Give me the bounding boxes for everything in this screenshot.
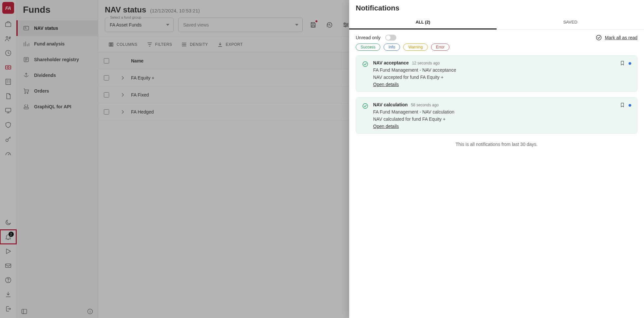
- svg-point-20: [344, 23, 346, 24]
- subnav-dividends[interactable]: Dividends: [16, 67, 98, 83]
- filter-error[interactable]: Error: [431, 44, 450, 51]
- rail-logout-icon[interactable]: [0, 302, 16, 316]
- notification-card: NAV calculation 58 seconds ago FA Fund M…: [356, 97, 637, 134]
- row-checkbox[interactable]: [104, 92, 109, 97]
- filter-warning[interactable]: Warning: [403, 44, 427, 51]
- rail-download-icon[interactable]: [0, 287, 16, 302]
- rail-people-dollar-icon[interactable]: [0, 31, 16, 46]
- rail-play-icon[interactable]: [0, 244, 16, 258]
- info-icon[interactable]: [87, 308, 93, 315]
- notif-title: NAV acceptance: [373, 60, 409, 65]
- unread-only-label: Unread only: [356, 35, 381, 40]
- svg-marker-8: [6, 249, 10, 254]
- subnav-label: NAV status: [34, 26, 58, 31]
- bookmark-icon[interactable]: [619, 102, 625, 108]
- notifications-panel: Notifications ALL (2) SAVED Unread only …: [349, 0, 644, 318]
- columns-button[interactable]: COLUMNS: [105, 40, 141, 49]
- svg-point-1: [6, 37, 8, 39]
- svg-point-22: [345, 26, 346, 27]
- open-details-link[interactable]: Open details: [373, 124, 399, 129]
- svg-rect-5: [6, 79, 10, 85]
- svg-rect-12: [24, 26, 29, 30]
- svg-point-14: [25, 93, 26, 94]
- saved-views-select[interactable]: Saved views: [178, 18, 303, 32]
- svg-rect-24: [111, 43, 112, 46]
- filter-success[interactable]: Success: [356, 44, 380, 51]
- density-button[interactable]: DENSITY: [178, 40, 211, 49]
- rail-key-icon[interactable]: [0, 132, 16, 147]
- collapse-sidebar-icon[interactable]: [21, 308, 28, 315]
- row-checkbox[interactable]: [104, 75, 109, 80]
- rail-notifications-icon[interactable]: 2: [0, 230, 16, 244]
- svg-point-28: [363, 104, 368, 109]
- subnav-orders[interactable]: Orders: [16, 83, 98, 99]
- fund-group-select[interactable]: Select a fund group FA Asset Funds: [105, 18, 174, 32]
- rail-analytics-icon[interactable]: [0, 46, 16, 60]
- svg-point-21: [347, 24, 348, 26]
- success-icon: [362, 61, 369, 87]
- svg-point-15: [27, 93, 28, 94]
- row-checkbox[interactable]: [104, 109, 109, 115]
- check-circle-icon: [596, 34, 602, 41]
- rail-darkmode-icon[interactable]: [0, 215, 16, 230]
- rail-mail-icon[interactable]: [0, 258, 16, 273]
- select-all-checkbox[interactable]: [104, 58, 109, 63]
- notif-time: 58 seconds ago: [411, 103, 439, 107]
- rail-shield-icon[interactable]: [0, 118, 16, 132]
- unread-only-toggle[interactable]: [385, 35, 396, 41]
- unsaved-indicator: [315, 20, 317, 22]
- save-view-button[interactable]: [307, 19, 319, 31]
- subnav-label: Shareholder registry: [34, 57, 79, 62]
- bookmark-icon[interactable]: [619, 60, 625, 66]
- expand-row-icon[interactable]: [115, 109, 131, 115]
- rail-monitor-icon[interactable]: [0, 103, 16, 118]
- subnav-label: Dividends: [34, 73, 56, 78]
- subnav-shareholder-registry[interactable]: Shareholder registry: [16, 52, 98, 67]
- svg-rect-0: [5, 23, 11, 26]
- expand-row-icon[interactable]: [115, 75, 131, 81]
- notif-line: NAV calculated for fund FA Equity +: [373, 116, 615, 122]
- global-rail: FA 2: [0, 0, 16, 318]
- rail-help-icon[interactable]: [0, 273, 16, 287]
- unread-dot: [629, 104, 631, 107]
- svg-rect-19: [312, 25, 314, 27]
- svg-rect-25: [112, 43, 113, 46]
- page-timestamp: (12/12/2024, 10:53:21): [150, 8, 200, 13]
- subnav-label: Fund analysis: [34, 41, 65, 46]
- section-sidebar: Funds NAV status Fund analysis Sharehold…: [16, 0, 98, 318]
- subnav-fund-analysis[interactable]: Fund analysis: [16, 36, 98, 52]
- rail-gauge-icon[interactable]: [0, 147, 16, 161]
- rail-portfolio-icon[interactable]: [0, 17, 16, 31]
- section-title: Funds: [16, 0, 98, 20]
- notif-line: FA Fund Management - NAV calculation: [373, 109, 615, 115]
- tab-all[interactable]: ALL (2): [349, 16, 497, 29]
- subnav-label: GraphiQL for API: [34, 104, 71, 109]
- tab-saved[interactable]: SAVED: [497, 16, 644, 29]
- svg-point-4: [7, 66, 9, 68]
- subnav-nav-status[interactable]: NAV status: [16, 20, 98, 36]
- subnav-label: Orders: [34, 88, 49, 94]
- export-button[interactable]: EXPORT: [214, 40, 246, 49]
- rail-building-icon[interactable]: [0, 75, 16, 89]
- filters-button[interactable]: FILTERS: [143, 40, 176, 49]
- subnav-graphiql[interactable]: GraphiQL for API: [16, 99, 98, 115]
- svg-rect-3: [5, 66, 11, 69]
- notif-title: NAV calculation: [373, 102, 408, 107]
- notification-card: NAV acceptance 12 seconds ago FA Fund Ma…: [356, 55, 637, 92]
- svg-rect-9: [5, 264, 11, 268]
- rail-funds-icon[interactable]: [0, 60, 16, 75]
- mark-all-read-button[interactable]: Mark all as read: [596, 34, 637, 41]
- success-icon: [362, 103, 369, 129]
- panel-footer-text: This is all notifications from last 30 d…: [349, 134, 644, 155]
- fund-group-label: Select a fund group: [108, 15, 143, 19]
- fund-group-value: FA Asset Funds: [110, 22, 142, 27]
- rail-document-icon[interactable]: [0, 89, 16, 103]
- history-button[interactable]: [324, 19, 335, 31]
- svg-rect-16: [24, 107, 28, 109]
- filter-info[interactable]: Info: [384, 44, 400, 51]
- open-details-link[interactable]: Open details: [373, 82, 399, 87]
- page-title: NAV status: [105, 5, 146, 14]
- app-logo[interactable]: FA: [2, 2, 14, 14]
- notification-count-badge: 2: [9, 232, 14, 237]
- expand-row-icon[interactable]: [115, 92, 131, 98]
